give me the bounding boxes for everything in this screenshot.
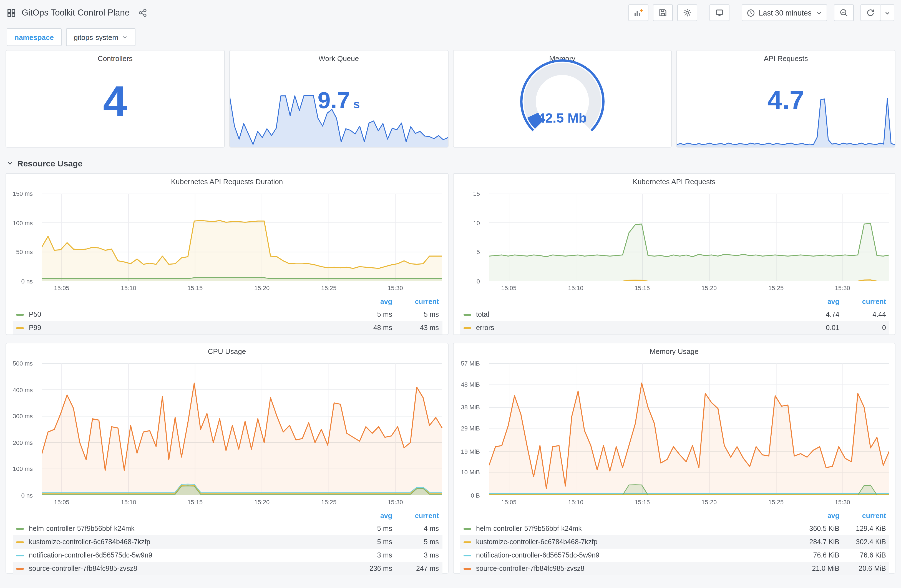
y-tick-label: 150 ms — [13, 190, 33, 197]
dashboard-settings-button[interactable] — [677, 5, 697, 21]
series-color-dash — [16, 541, 24, 543]
legend-column-current[interactable]: current — [392, 298, 439, 306]
series-label[interactable]: helm-controller-57f9b56bbf-k24mk — [476, 525, 582, 532]
row-resource-usage[interactable]: Resource Usage — [7, 156, 894, 170]
series-current: 247 ms — [392, 565, 439, 572]
series-label[interactable]: kustomize-controller-6c6784b468-7kzfp — [29, 538, 150, 546]
variable-value-dropdown[interactable]: gitops-system — [66, 28, 136, 46]
legend-column-current[interactable]: current — [839, 298, 886, 306]
series-label[interactable]: notification-controller-6d56575dc-5w9n9 — [29, 551, 153, 559]
apps-grid-icon[interactable] — [7, 8, 16, 17]
legend-column-avg[interactable]: avg — [349, 512, 392, 520]
legend-column-avg[interactable]: avg — [349, 298, 392, 306]
legend-column-current[interactable]: current — [392, 512, 439, 520]
series-label[interactable]: P50 — [29, 311, 41, 319]
series-color-dash — [16, 314, 24, 315]
variable-label-namespace: namespace — [7, 28, 62, 46]
x-axis: 15:0515:1015:1515:2015:2515:30 — [489, 281, 889, 294]
series-avg: 236 ms — [349, 565, 392, 572]
panel-title[interactable]: Memory Usage — [453, 343, 895, 359]
series-color-dash — [463, 528, 471, 529]
legend-row[interactable]: kustomize-controller-6c6784b468-7kzfp284… — [460, 535, 889, 549]
series-color-dash — [463, 327, 471, 329]
y-axis: 151050 — [455, 194, 484, 281]
chevron-down-icon — [7, 160, 13, 166]
series-label[interactable]: notification-controller-6d56575dc-5w9n9 — [476, 551, 600, 559]
y-tick-label: 0 ns — [21, 492, 33, 499]
legend: avgcurrenthelm-controller-57f9b56bbf-k24… — [13, 510, 442, 575]
y-tick-label: 0 — [477, 278, 480, 285]
refresh-interval-dropdown[interactable] — [880, 5, 894, 21]
dashboard-variables: namespace gitops-system — [0, 25, 901, 49]
panel-title[interactable]: CPU Usage — [6, 343, 448, 359]
panel-title[interactable]: Controllers — [6, 50, 224, 66]
series-avg: 0.01 — [796, 324, 839, 332]
legend-row[interactable]: source-controller-7fb84fc985-zvsz821.0 M… — [460, 562, 889, 575]
save-dashboard-button[interactable] — [653, 5, 673, 21]
panel-title[interactable]: Kubernetes API Requests Duration — [6, 174, 448, 189]
legend-row[interactable]: errors0.010 — [460, 321, 889, 334]
x-tick-label: 15:20 — [701, 285, 717, 291]
series-avg: 284.7 KiB — [796, 538, 839, 546]
series-color-dash — [463, 314, 471, 315]
legend-row[interactable]: source-controller-7fb84fc985-zvsz8236 ms… — [13, 562, 442, 575]
panel-title[interactable]: Kubernetes API Requests — [453, 174, 895, 189]
zoom-out-time-button[interactable] — [834, 5, 854, 21]
y-tick-label: 100 ms — [13, 219, 33, 226]
legend-row[interactable]: kustomize-controller-6c6784b468-7kzfp5 m… — [13, 535, 442, 549]
series-label[interactable]: P99 — [29, 324, 41, 332]
y-tick-label: 38 MiB — [461, 404, 480, 411]
legend-header: avgcurrent — [460, 510, 889, 522]
legend-row[interactable]: P9948 ms43 ms — [13, 321, 442, 334]
y-tick-label: 200 ms — [13, 439, 33, 446]
legend-column-current[interactable]: current — [839, 512, 886, 520]
legend-column-avg[interactable]: avg — [796, 512, 839, 520]
series-avg: 360.5 KiB — [796, 525, 839, 532]
series-label[interactable]: kustomize-controller-6c6784b468-7kzfp — [476, 538, 598, 546]
legend-row[interactable]: notification-controller-6d56575dc-5w9n93… — [13, 549, 442, 562]
series-current: 4.44 — [839, 311, 886, 319]
y-axis: 150 ms100 ms50 ms0 ns — [8, 194, 37, 281]
legend-column-avg[interactable]: avg — [796, 298, 839, 306]
time-range-picker[interactable]: Last 30 minutes — [741, 5, 827, 21]
panel-api-requests-stat: API Requests 4.7 — [677, 50, 896, 148]
chart-canvas — [489, 363, 889, 495]
legend-header: avgcurrent — [13, 510, 442, 522]
gauge-value: 42.5 Mb — [453, 110, 672, 126]
x-axis: 15:0515:1015:1515:2015:2515:30 — [42, 495, 442, 507]
series-label[interactable]: errors — [476, 324, 494, 332]
legend-row[interactable]: total4.744.44 — [460, 308, 889, 321]
y-tick-label: 0 B — [471, 492, 480, 499]
dashboard-header: GitOps Toolkit Control Plane Last 30 min… — [0, 0, 901, 25]
share-icon[interactable] — [139, 8, 147, 17]
series-label[interactable]: source-controller-7fb84fc985-zvsz8 — [476, 565, 584, 572]
x-tick-label: 15:20 — [254, 285, 270, 291]
x-tick-label: 15:05 — [501, 499, 517, 506]
legend-row[interactable]: helm-controller-57f9b56bbf-k24mk5 ms4 ms — [13, 522, 442, 535]
y-tick-label: 50 ms — [16, 249, 33, 255]
legend-row[interactable]: notification-controller-6d56575dc-5w9n97… — [460, 549, 889, 562]
refresh-button[interactable] — [860, 5, 881, 21]
legend-row[interactable]: helm-controller-57f9b56bbf-k24mk360.5 Ki… — [460, 522, 889, 535]
series-label[interactable]: helm-controller-57f9b56bbf-k24mk — [29, 525, 135, 532]
x-tick-label: 15:25 — [768, 285, 784, 291]
y-tick-label: 400 ms — [13, 386, 33, 393]
series-label[interactable]: source-controller-7fb84fc985-zvsz8 — [29, 565, 137, 572]
legend-row[interactable]: P505 ms5 ms — [13, 308, 442, 321]
series-current: 5 ms — [392, 311, 439, 319]
y-tick-label: 300 ms — [13, 413, 33, 419]
cycle-view-mode-button[interactable] — [709, 5, 729, 21]
y-axis: 57 MiB48 MiB38 MiB29 MiB19 MiB10 MiB0 B — [455, 363, 484, 495]
chevron-down-icon — [122, 34, 128, 40]
y-tick-label: 15 — [473, 190, 480, 197]
add-panel-button[interactable] — [628, 5, 648, 21]
y-tick-label: 48 MiB — [461, 381, 480, 387]
series-color-dash — [463, 554, 471, 556]
series-label[interactable]: total — [476, 311, 489, 319]
series-avg: 48 ms — [349, 324, 392, 332]
series-current: 0 — [839, 324, 886, 332]
x-tick-label: 15:20 — [254, 499, 270, 506]
legend: avgcurrenttotal4.744.44errors0.010 — [460, 296, 889, 334]
panel-title[interactable]: Work Queue — [230, 50, 448, 66]
panel-title[interactable]: API Requests — [677, 50, 895, 66]
